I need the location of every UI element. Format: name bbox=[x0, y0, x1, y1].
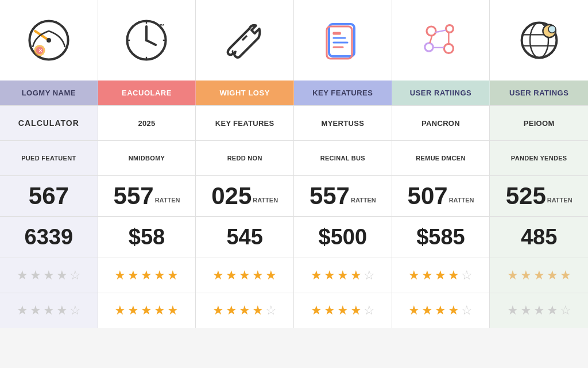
big1-cell-1: 557RATTEN bbox=[98, 176, 196, 216]
stars-cell-3: ★★★★☆ bbox=[294, 258, 392, 293]
star-icon: ★ bbox=[167, 268, 179, 283]
star-icon: ★ bbox=[114, 303, 126, 318]
stars-row1: ★★★★☆★★★★★★★★★★★★★★☆★★★★☆★★★★★ bbox=[0, 258, 588, 293]
stars-cell-5: ★★★★☆ bbox=[490, 293, 588, 328]
dashboard-icon: ✕ bbox=[26, 17, 72, 63]
name-cell-0: CALCULATOR bbox=[0, 106, 98, 140]
feature-cell-2: REDD NON bbox=[196, 141, 294, 175]
feature-cell-3: RECINAL BUS bbox=[294, 141, 392, 175]
icon-cell-3 bbox=[294, 0, 392, 80]
big2-cell-5: 485 bbox=[490, 217, 588, 258]
big1-cell-0: 567 bbox=[0, 176, 98, 216]
star-icon: ★ bbox=[533, 303, 545, 318]
star-icon: ★ bbox=[167, 303, 179, 318]
star-icon: ★ bbox=[30, 268, 41, 283]
star-icon: ★ bbox=[114, 268, 126, 283]
star-icon: ☆ bbox=[560, 303, 571, 318]
feature-cell-5: PANDEN YENDES bbox=[490, 141, 588, 175]
big1-cell-3: 557RATTEN bbox=[294, 176, 392, 216]
clock-icon: ™ bbox=[123, 17, 169, 63]
star-icon: ★ bbox=[507, 268, 519, 283]
star-icon: ★ bbox=[127, 303, 139, 318]
icon-cell-1: ™ bbox=[98, 0, 196, 80]
star-icon: ★ bbox=[252, 303, 264, 318]
header-cell-3: KEY FEATURES bbox=[294, 80, 392, 105]
name-row: CALCULATOR 2025 KEY FEATURES MYERTUSS PA… bbox=[0, 105, 588, 140]
svg-text:™: ™ bbox=[160, 23, 165, 29]
stars-cell-2: ★★★★★ bbox=[196, 258, 294, 293]
star-icon: ☆ bbox=[69, 268, 81, 283]
star-icon: ★ bbox=[252, 268, 264, 283]
big1-cell-2: 025RATTEN bbox=[196, 176, 294, 216]
star-icon: ★ bbox=[435, 303, 446, 318]
star-icon: ★ bbox=[56, 268, 68, 283]
big-number-row2: 6339 $58 545 $500 $585 485 bbox=[0, 216, 588, 258]
star-icon: ★ bbox=[141, 268, 152, 283]
stars-cell-4: ★★★★☆ bbox=[392, 293, 490, 328]
star-icon: ★ bbox=[421, 303, 433, 318]
network-icon bbox=[417, 17, 463, 63]
star-icon: ★ bbox=[43, 303, 55, 318]
stars-cell-0: ★★★★☆ bbox=[0, 258, 98, 293]
star-icon: ★ bbox=[56, 303, 68, 318]
star-icon: ★ bbox=[141, 303, 152, 318]
stars-cell-1: ★★★★★ bbox=[98, 293, 196, 328]
big2-cell-0: 6339 bbox=[0, 217, 98, 258]
star-icon: ★ bbox=[408, 303, 420, 318]
big2-cell-3: $500 bbox=[294, 217, 392, 258]
star-icon: ★ bbox=[350, 268, 362, 283]
star-icon: ☆ bbox=[461, 303, 473, 318]
name-cell-5: PEIOOM bbox=[490, 106, 588, 140]
stars-cell-3: ★★★★☆ bbox=[294, 293, 392, 328]
stars-row2: ★★★★☆★★★★★★★★★☆★★★★☆★★★★☆★★★★☆ bbox=[0, 293, 588, 328]
star-icon: ★ bbox=[507, 303, 519, 318]
header-row: LOGMY NAME EACUOLARE WIGHT LOSY KEY FEAT… bbox=[0, 80, 588, 105]
stars-cell-2: ★★★★☆ bbox=[196, 293, 294, 328]
svg-point-20 bbox=[427, 26, 436, 36]
star-icon: ★ bbox=[265, 268, 277, 283]
star-icon: ★ bbox=[212, 268, 224, 283]
svg-point-23 bbox=[444, 44, 454, 53]
star-icon: ☆ bbox=[265, 303, 277, 318]
feature-cell-1: NMIDBOMY bbox=[98, 141, 196, 175]
svg-text:✕: ✕ bbox=[38, 48, 42, 53]
star-icon: ☆ bbox=[363, 303, 375, 318]
icon-cell-0: ✕ bbox=[0, 0, 98, 80]
star-icon: ★ bbox=[324, 268, 335, 283]
header-cell-5: USER RATINGS bbox=[490, 80, 588, 105]
header-cell-1: EACUOLARE bbox=[98, 80, 196, 105]
svg-point-1 bbox=[47, 38, 51, 43]
star-icon: ★ bbox=[533, 268, 545, 283]
svg-point-22 bbox=[425, 43, 433, 51]
star-icon: ★ bbox=[520, 303, 532, 318]
header-cell-4: USER RATIINGS bbox=[392, 80, 490, 105]
big1-cell-4: 507RATTEN bbox=[392, 176, 490, 216]
star-icon: ★ bbox=[547, 303, 558, 318]
icon-cell-2 bbox=[196, 0, 294, 80]
star-icon: ★ bbox=[154, 303, 165, 318]
svg-point-8 bbox=[145, 39, 148, 42]
star-icon: ★ bbox=[435, 268, 446, 283]
icon-cell-4 bbox=[392, 0, 490, 80]
star-icon: ★ bbox=[337, 268, 349, 283]
star-icon: ★ bbox=[311, 268, 322, 283]
name-cell-2: KEY FEATURES bbox=[196, 106, 294, 140]
star-icon: ★ bbox=[226, 303, 237, 318]
star-icon: ★ bbox=[311, 303, 322, 318]
comparison-table: ✕ ™ bbox=[0, 0, 588, 328]
globe-icon bbox=[516, 17, 562, 63]
name-cell-1: 2025 bbox=[98, 106, 196, 140]
star-icon: ☆ bbox=[69, 303, 81, 318]
name-cell-4: PANCRON bbox=[392, 106, 490, 140]
star-icon: ★ bbox=[547, 268, 558, 283]
big1-cell-5: 525RATTEN bbox=[490, 176, 588, 216]
star-icon: ★ bbox=[17, 303, 28, 318]
name-cell-3: MYERTUSS bbox=[294, 106, 392, 140]
tools-icon bbox=[222, 17, 268, 63]
form-icon bbox=[320, 17, 366, 63]
feature-cell-0: PUED FEATUENT bbox=[0, 141, 98, 175]
header-cell-2: WIGHT LOSY bbox=[196, 80, 294, 105]
svg-point-33 bbox=[548, 25, 556, 33]
star-icon: ★ bbox=[520, 268, 532, 283]
star-icon: ★ bbox=[239, 268, 250, 283]
